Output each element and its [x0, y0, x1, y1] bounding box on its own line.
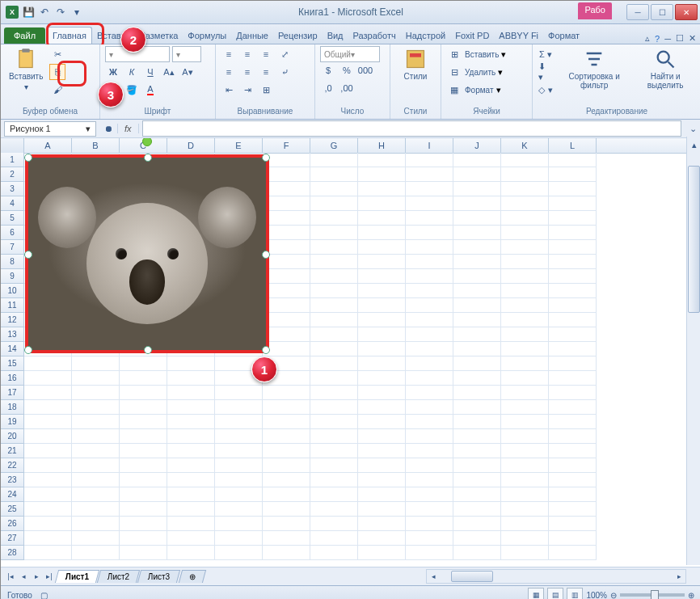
- paste-button[interactable]: Вставить ▾: [6, 46, 46, 93]
- cell[interactable]: [453, 473, 501, 487]
- cell[interactable]: [24, 531, 72, 546]
- cell[interactable]: [501, 196, 549, 211]
- cell[interactable]: [453, 546, 501, 560]
- cell[interactable]: [453, 502, 501, 517]
- cell[interactable]: [120, 458, 167, 473]
- cell[interactable]: [358, 386, 406, 400]
- cell[interactable]: [406, 167, 453, 182]
- cell[interactable]: [406, 473, 453, 487]
- cell[interactable]: [501, 458, 549, 473]
- cell[interactable]: [24, 473, 72, 487]
- doc-minimize-icon[interactable]: ─: [664, 34, 671, 44]
- sheet-tab-1[interactable]: Лист1: [55, 570, 99, 583]
- italic-button[interactable]: К: [124, 64, 140, 80]
- tab-data[interactable]: Данные: [231, 27, 273, 44]
- row-header[interactable]: 6: [1, 226, 24, 240]
- cell[interactable]: [549, 153, 597, 167]
- cell[interactable]: [501, 226, 549, 240]
- cell[interactable]: [453, 226, 501, 240]
- row-header[interactable]: 27: [1, 531, 24, 546]
- cell[interactable]: [215, 415, 263, 429]
- row-header[interactable]: 1: [1, 153, 24, 167]
- cell[interactable]: [501, 167, 549, 182]
- cell[interactable]: [72, 531, 120, 546]
- cell[interactable]: [549, 531, 597, 546]
- cell[interactable]: [24, 517, 72, 531]
- cell[interactable]: [24, 415, 72, 429]
- cell[interactable]: [215, 517, 263, 531]
- undo-icon[interactable]: ↶: [38, 6, 51, 19]
- cell[interactable]: [406, 211, 453, 226]
- view-layout-icon[interactable]: ▤: [547, 588, 563, 599]
- cell[interactable]: [406, 327, 453, 342]
- fill-color-button[interactable]: 🪣: [124, 82, 140, 98]
- help-icon[interactable]: ?: [655, 34, 660, 44]
- scroll-up-icon[interactable]: ▴: [687, 137, 700, 153]
- currency-icon[interactable]: $: [320, 62, 336, 78]
- cell[interactable]: [310, 531, 358, 546]
- cell[interactable]: [549, 255, 597, 269]
- cell[interactable]: [72, 517, 120, 531]
- cell[interactable]: [501, 386, 549, 400]
- cell[interactable]: [263, 196, 310, 211]
- cell[interactable]: [310, 458, 358, 473]
- row-header[interactable]: 9: [1, 269, 24, 284]
- row-header[interactable]: 28: [1, 546, 24, 560]
- cell[interactable]: [501, 400, 549, 415]
- cell[interactable]: [215, 429, 263, 444]
- cell[interactable]: [549, 400, 597, 415]
- cell[interactable]: [263, 429, 310, 444]
- cell[interactable]: [167, 386, 215, 400]
- cell[interactable]: [358, 429, 406, 444]
- sheet-nav-last-icon[interactable]: ▸|: [43, 570, 56, 583]
- cell[interactable]: [549, 371, 597, 386]
- cell[interactable]: [358, 458, 406, 473]
- resize-handle-s[interactable]: [144, 346, 152, 354]
- maximize-button[interactable]: ☐: [651, 4, 673, 20]
- cell[interactable]: [549, 517, 597, 531]
- cell[interactable]: [215, 487, 263, 502]
- cell[interactable]: [310, 444, 358, 458]
- cell[interactable]: [263, 531, 310, 546]
- cell[interactable]: [263, 255, 310, 269]
- cell[interactable]: [453, 342, 501, 356]
- cell[interactable]: [215, 546, 263, 560]
- cell[interactable]: [549, 444, 597, 458]
- cell[interactable]: [453, 298, 501, 313]
- cell[interactable]: [549, 415, 597, 429]
- cell[interactable]: [406, 502, 453, 517]
- delete-cells-label[interactable]: Удалить: [465, 68, 495, 77]
- row-header[interactable]: 7: [1, 240, 24, 255]
- cell[interactable]: [406, 153, 453, 167]
- formula-bar[interactable]: [142, 120, 681, 137]
- cell[interactable]: [24, 487, 72, 502]
- format-cells-label[interactable]: Формат: [465, 86, 494, 95]
- save-icon[interactable]: 💾: [22, 6, 35, 19]
- cell[interactable]: [358, 342, 406, 356]
- cell[interactable]: [263, 269, 310, 284]
- zoom-thumb[interactable]: [651, 590, 659, 599]
- cell[interactable]: [406, 487, 453, 502]
- cell[interactable]: [406, 517, 453, 531]
- cell[interactable]: [120, 546, 167, 560]
- cell[interactable]: [263, 240, 310, 255]
- cell[interactable]: [120, 502, 167, 517]
- hscroll-thumb[interactable]: [451, 571, 493, 582]
- tab-view[interactable]: Вид: [323, 27, 348, 44]
- macro-record-icon[interactable]: ▢: [40, 591, 48, 600]
- cell[interactable]: [167, 356, 215, 371]
- cell[interactable]: [501, 429, 549, 444]
- find-select-button[interactable]: Найти и выделить: [635, 46, 696, 98]
- cell[interactable]: [549, 386, 597, 400]
- cell[interactable]: [453, 284, 501, 298]
- cell[interactable]: [120, 444, 167, 458]
- zoom-in-button[interactable]: ⊕: [688, 591, 694, 600]
- cell[interactable]: [215, 386, 263, 400]
- cell[interactable]: [358, 284, 406, 298]
- cell[interactable]: [358, 400, 406, 415]
- cell[interactable]: [310, 429, 358, 444]
- cell[interactable]: [310, 284, 358, 298]
- cell[interactable]: [501, 182, 549, 196]
- cell[interactable]: [453, 444, 501, 458]
- column-header[interactable]: A: [24, 138, 72, 153]
